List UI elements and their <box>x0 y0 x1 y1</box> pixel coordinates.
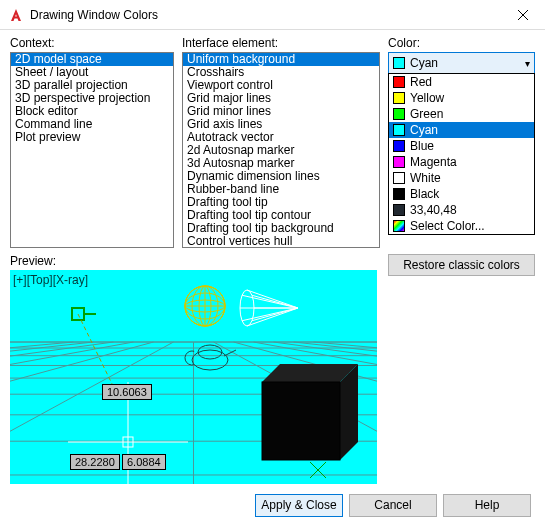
color-option-label: Yellow <box>410 91 444 105</box>
interface-element-item[interactable]: Control vertices hull <box>183 235 379 248</box>
interface-element-item[interactable]: Dynamic dimension lines <box>183 170 379 183</box>
top-row: Context: 2D model spaceSheet / layout3D … <box>10 36 535 248</box>
color-option-label: Magenta <box>410 155 457 169</box>
context-item[interactable]: 3D perspective projection <box>11 92 173 105</box>
color-swatch-icon <box>393 92 405 104</box>
close-icon <box>518 10 528 20</box>
interface-element-item[interactable]: Autotrack vector <box>183 131 379 144</box>
interface-element-item[interactable]: Grid axis lines <box>183 118 379 131</box>
color-column: Color: Cyan ▾ RedYellowGreenCyanBlueMage… <box>388 36 535 248</box>
color-label: Color: <box>388 36 535 50</box>
app-logo-icon <box>8 7 24 23</box>
color-combobox-text: Cyan <box>410 56 525 70</box>
color-swatch-icon <box>393 220 405 232</box>
color-option[interactable]: Red <box>389 74 534 90</box>
interface-element-item[interactable]: Crosshairs <box>183 66 379 79</box>
cancel-button[interactable]: Cancel <box>349 494 437 517</box>
color-option[interactable]: Select Color... <box>389 218 534 234</box>
chevron-down-icon: ▾ <box>525 58 530 69</box>
preview-coord-b: 28.2280 <box>70 454 120 470</box>
color-swatch-icon <box>393 188 405 200</box>
interface-element-item[interactable]: Drafting tool tip <box>183 196 379 209</box>
color-combobox[interactable]: Cyan ▾ <box>388 52 535 74</box>
context-item[interactable]: 2D model space <box>11 53 173 66</box>
color-option[interactable]: Green <box>389 106 534 122</box>
interface-element-item[interactable]: Grid minor lines <box>183 105 379 118</box>
interface-element-item[interactable]: Uniform background <box>183 53 379 66</box>
color-swatch-icon <box>393 108 405 120</box>
context-label: Context: <box>10 36 174 50</box>
color-option-label: Blue <box>410 139 434 153</box>
button-row: Apply & Close Cancel Help <box>10 494 535 517</box>
context-listbox[interactable]: 2D model spaceSheet / layout3D parallel … <box>10 52 174 248</box>
interface-element-item[interactable]: 2d Autosnap marker <box>183 144 379 157</box>
color-option[interactable]: Yellow <box>389 90 534 106</box>
interface-element-item[interactable]: Rubber-band line <box>183 183 379 196</box>
interface-element-item[interactable]: Drafting tool tip contour <box>183 209 379 222</box>
help-button[interactable]: Help <box>443 494 531 517</box>
interface-element-item[interactable]: Viewport control <box>183 79 379 92</box>
color-swatch-icon <box>393 156 405 168</box>
color-option-label: Cyan <box>410 123 438 137</box>
color-option[interactable]: White <box>389 170 534 186</box>
preview-coord-c: 6.0884 <box>122 454 166 470</box>
color-option[interactable]: Blue <box>389 138 534 154</box>
dialog-content: Context: 2D model spaceSheet / layout3D … <box>0 30 545 530</box>
interface-element-column: Interface element: Uniform backgroundCro… <box>182 36 380 248</box>
color-option-label: Black <box>410 187 439 201</box>
close-button[interactable] <box>500 0 545 30</box>
color-option-label: 33,40,48 <box>410 203 457 217</box>
apply-close-button[interactable]: Apply & Close <box>255 494 343 517</box>
context-item[interactable]: Command line <box>11 118 173 131</box>
interface-element-item[interactable]: Drafting tool tip background <box>183 222 379 235</box>
color-option[interactable]: 33,40,48 <box>389 202 534 218</box>
restore-classic-colors-button[interactable]: Restore classic colors <box>388 254 535 276</box>
color-option-label: White <box>410 171 441 185</box>
color-option[interactable]: Cyan <box>389 122 534 138</box>
interface-element-item[interactable]: Grid major lines <box>183 92 379 105</box>
color-swatch <box>393 57 405 69</box>
interface-element-label: Interface element: <box>182 36 380 50</box>
color-option-label: Red <box>410 75 432 89</box>
color-option[interactable]: Black <box>389 186 534 202</box>
color-swatch-icon <box>393 76 405 88</box>
context-item[interactable]: Block editor <box>11 105 173 118</box>
color-swatch-icon <box>393 124 405 136</box>
interface-element-item[interactable]: 3d Autosnap marker <box>183 157 379 170</box>
interface-element-listbox[interactable]: Uniform backgroundCrosshairsViewport con… <box>182 52 380 248</box>
color-swatch-icon <box>393 172 405 184</box>
context-column: Context: 2D model spaceSheet / layout3D … <box>10 36 174 248</box>
context-item[interactable]: Sheet / layout <box>11 66 173 79</box>
color-dropdown[interactable]: RedYellowGreenCyanBlueMagentaWhiteBlack3… <box>388 73 535 235</box>
color-swatch-icon <box>393 204 405 216</box>
titlebar: Drawing Window Colors <box>0 0 545 30</box>
context-item[interactable]: Plot preview <box>11 131 173 144</box>
context-item[interactable]: 3D parallel projection <box>11 79 173 92</box>
color-option[interactable]: Magenta <box>389 154 534 170</box>
color-option-label: Green <box>410 107 443 121</box>
color-swatch-icon <box>393 140 405 152</box>
preview-area: [+][Top][X-ray] 10.6063 28.2280 6.0884 <box>10 270 377 484</box>
preview-view-label: [+][Top][X-ray] <box>13 273 88 287</box>
color-option-label: Select Color... <box>410 219 485 233</box>
preview-coord-a: 10.6063 <box>102 384 152 400</box>
window-title: Drawing Window Colors <box>30 8 500 22</box>
